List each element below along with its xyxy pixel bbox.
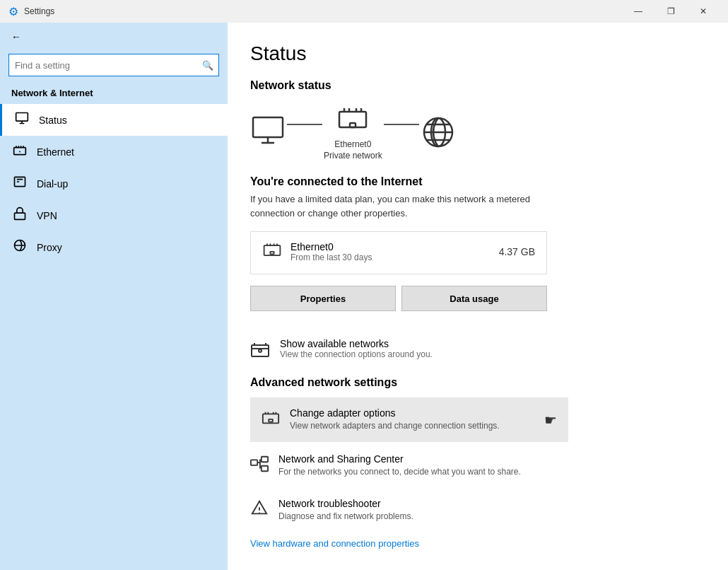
line-1	[287, 124, 322, 125]
line-2	[384, 124, 419, 125]
sidebar-label-vpn: VPN	[37, 210, 57, 221]
restore-button[interactable]: ❐	[654, 0, 687, 23]
svg-rect-7	[350, 123, 356, 127]
ethernet-card-sub: From the last 30 days	[290, 252, 372, 262]
settings-icon: ⚙	[8, 5, 18, 18]
app-body: ← 🔍 Network & Internet Status	[0, 23, 728, 570]
sharing-info: Network and Sharing Center For the netwo…	[278, 453, 521, 478]
properties-button[interactable]: Properties	[250, 286, 396, 311]
connected-subtext: If you have a limited data plan, you can…	[250, 192, 561, 220]
back-icon: ←	[11, 31, 21, 42]
troubleshoot-info: Network troubleshooter Diagnose and fix …	[278, 498, 413, 523]
sidebar: ← 🔍 Network & Internet Status	[0, 23, 228, 570]
show-networks-desc: View the connection options around you.	[280, 349, 433, 359]
minimize-button[interactable]: —	[622, 0, 654, 23]
sharing-desc: For the networks you connect to, decide …	[278, 466, 521, 478]
adapter-icon	[262, 409, 280, 431]
svg-rect-12	[252, 345, 269, 356]
search-input[interactable]	[8, 54, 219, 76]
adapter-desc: View network adapters and change connect…	[290, 420, 534, 432]
ethernet-device: Ethernet0 Private network	[324, 103, 382, 161]
back-button[interactable]: ←	[0, 23, 228, 51]
ethernet-card: Ethernet0 From the last 30 days 4.37 GB	[250, 231, 547, 274]
cursor-hand-icon: ☛	[544, 412, 557, 429]
ethernet-card-size: 4.37 GB	[499, 246, 535, 257]
adapter-title: Change adapter options	[290, 407, 534, 419]
troubleshoot-desc: Diagnose and fix network problems.	[278, 511, 413, 523]
titlebar-title: Settings	[24, 6, 622, 16]
sharing-icon	[250, 455, 269, 477]
ethernet-device-label: Ethernet0 Private network	[324, 139, 382, 161]
ethernet-card-header: Ethernet0 From the last 30 days 4.37 GB	[262, 240, 535, 262]
svg-rect-11	[270, 252, 274, 255]
svg-rect-2	[15, 177, 25, 186]
sidebar-item-dialup[interactable]: Dial-up	[0, 168, 228, 199]
sidebar-item-vpn[interactable]: VPN	[0, 199, 228, 231]
dialup-icon	[11, 175, 28, 192]
sidebar-item-proxy[interactable]: Proxy	[0, 231, 228, 263]
sidebar-category: Network & Internet	[0, 82, 228, 104]
adapter-info: Change adapter options View network adap…	[290, 407, 534, 432]
troubleshoot-title: Network troubleshooter	[278, 498, 413, 509]
sidebar-label-status: Status	[39, 115, 67, 126]
show-networks-item[interactable]: Show available networks View the connect…	[250, 331, 568, 371]
computer-device	[250, 115, 286, 151]
ethernet-card-left: Ethernet0 From the last 30 days	[262, 240, 372, 262]
svg-rect-0	[16, 113, 28, 122]
status-icon	[13, 111, 30, 129]
svg-rect-3	[15, 213, 25, 219]
network-diagram: Ethernet0 Private network	[250, 103, 705, 161]
globe-device	[421, 115, 456, 150]
troubleshoot-icon	[250, 499, 269, 522]
ethernet-card-info: Ethernet0 From the last 30 days	[290, 241, 372, 262]
proxy-icon	[11, 238, 28, 256]
content-area: Status Network status Ethernet0	[228, 23, 728, 570]
vpn-icon	[11, 207, 28, 224]
connected-heading: You're connected to the Internet	[250, 175, 705, 188]
hardware-link[interactable]: View hardware and connection properties	[250, 538, 419, 549]
ethernet-card-name: Ethernet0	[290, 241, 372, 252]
window-controls: — ❐ ✕	[622, 0, 720, 23]
advanced-title: Advanced network settings	[250, 376, 705, 389]
data-usage-button[interactable]: Data usage	[401, 286, 547, 311]
ethernet-nav-icon	[11, 143, 28, 161]
network-status-title: Network status	[250, 79, 705, 92]
action-buttons: Properties Data usage	[250, 286, 547, 311]
sidebar-item-ethernet[interactable]: Ethernet	[0, 136, 228, 168]
svg-rect-18	[262, 466, 268, 471]
titlebar: ⚙ Settings — ❐ ✕	[0, 0, 728, 23]
sharing-title: Network and Sharing Center	[278, 453, 521, 465]
sidebar-item-status[interactable]: Status	[0, 104, 228, 136]
close-button[interactable]: ✕	[687, 0, 720, 23]
search-container: 🔍	[8, 54, 219, 76]
svg-rect-16	[251, 460, 257, 465]
sidebar-label-ethernet: Ethernet	[37, 146, 74, 158]
svg-rect-17	[262, 457, 268, 462]
search-icon: 🔍	[202, 60, 213, 71]
globe-small-icon	[250, 339, 270, 363]
svg-rect-15	[269, 419, 273, 422]
show-networks-info: Show available networks View the connect…	[280, 338, 433, 359]
sharing-center-item[interactable]: Network and Sharing Center For the netwo…	[250, 443, 568, 488]
svg-point-13	[259, 349, 262, 352]
change-adapter-item[interactable]: Change adapter options View network adap…	[250, 397, 568, 442]
troubleshooter-item[interactable]: Network troubleshooter Diagnose and fix …	[250, 488, 568, 533]
sidebar-label-proxy: Proxy	[37, 242, 62, 253]
show-networks-title: Show available networks	[280, 338, 433, 349]
sidebar-label-dialup: Dial-up	[37, 178, 68, 190]
svg-rect-6	[339, 112, 366, 127]
svg-rect-5	[253, 117, 283, 137]
page-title: Status	[250, 42, 705, 65]
ethernet-card-icon	[262, 240, 282, 262]
